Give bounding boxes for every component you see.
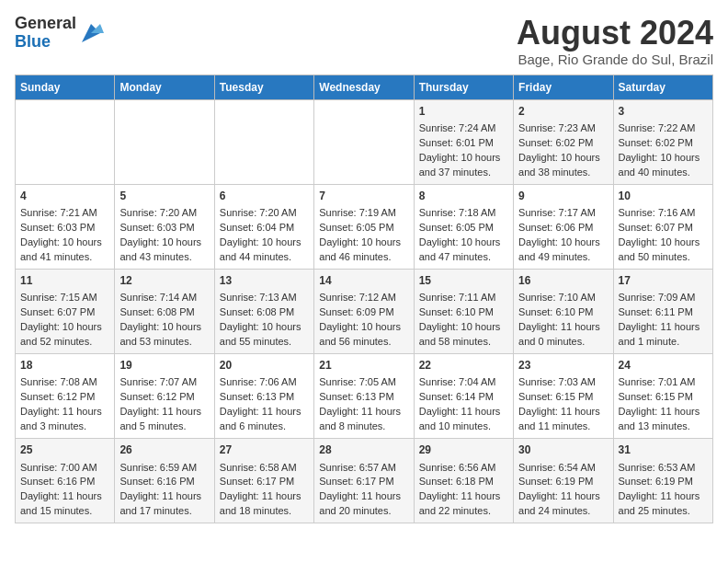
daylight: Daylight: 11 hours and 6 minutes. <box>220 406 301 431</box>
calendar-cell: 15Sunrise: 7:11 AMSunset: 6:10 PMDayligh… <box>414 269 513 353</box>
daylight: Daylight: 10 hours and 37 minutes. <box>419 152 501 178</box>
daylight: Daylight: 11 hours and 13 minutes. <box>619 406 700 431</box>
sunrise: Sunrise: 7:19 AM <box>319 207 396 218</box>
day-number: 9 <box>518 189 608 204</box>
sunrise: Sunrise: 7:10 AM <box>518 292 596 303</box>
calendar-cell: 30Sunrise: 6:54 AMSunset: 6:19 PMDayligh… <box>514 439 613 523</box>
sunset: Sunset: 6:14 PM <box>419 391 494 402</box>
calendar-cell <box>16 99 115 184</box>
daylight: Daylight: 11 hours and 25 minutes. <box>619 490 700 516</box>
daylight: Daylight: 10 hours and 40 minutes. <box>619 152 700 178</box>
day-number: 5 <box>119 189 209 204</box>
day-number: 11 <box>20 273 109 289</box>
sunrise: Sunrise: 7:21 AM <box>20 207 97 218</box>
calendar-cell: 24Sunrise: 7:01 AMSunset: 6:15 PMDayligh… <box>613 354 712 439</box>
sunrise: Sunrise: 7:05 AM <box>319 376 396 387</box>
daylight: Daylight: 11 hours and 3 minutes. <box>20 406 102 431</box>
sunset: Sunset: 6:12 PM <box>20 391 95 402</box>
day-number: 13 <box>220 273 309 289</box>
sunrise: Sunrise: 7:03 AM <box>518 376 596 387</box>
sunset: Sunset: 6:02 PM <box>619 137 693 148</box>
calendar-cell: 22Sunrise: 7:04 AMSunset: 6:14 PMDayligh… <box>414 354 513 439</box>
sunset: Sunset: 6:06 PM <box>518 222 593 233</box>
calendar-header: SundayMondayTuesdayWednesdayThursdayFrid… <box>16 75 713 99</box>
sunrise: Sunrise: 7:15 AM <box>20 292 97 303</box>
day-number: 22 <box>419 358 508 373</box>
calendar-cell: 31Sunrise: 6:53 AMSunset: 6:19 PMDayligh… <box>613 439 712 523</box>
daylight: Daylight: 10 hours and 46 minutes. <box>319 236 401 262</box>
day-number: 29 <box>419 442 508 458</box>
day-number: 18 <box>20 358 109 373</box>
sunrise: Sunrise: 7:00 AM <box>20 462 97 473</box>
col-header-monday: Monday <box>115 75 214 99</box>
calendar-cell: 8Sunrise: 7:18 AMSunset: 6:05 PMDaylight… <box>414 184 513 269</box>
day-number: 8 <box>419 189 508 204</box>
sunrise: Sunrise: 7:18 AM <box>419 207 496 218</box>
sunset: Sunset: 6:03 PM <box>20 222 95 233</box>
day-number: 4 <box>20 189 109 204</box>
daylight: Daylight: 11 hours and 18 minutes. <box>220 490 301 516</box>
sunset: Sunset: 6:13 PM <box>319 391 393 402</box>
daylight: Daylight: 11 hours and 20 minutes. <box>319 490 401 516</box>
day-number: 17 <box>619 273 708 289</box>
logo-blue: Blue <box>15 32 51 51</box>
daylight: Daylight: 11 hours and 1 minute. <box>619 321 700 347</box>
page-subtitle: Bage, Rio Grande do Sul, Brazil <box>517 52 713 67</box>
sunrise: Sunrise: 6:53 AM <box>619 462 696 473</box>
col-header-thursday: Thursday <box>414 75 513 99</box>
calendar-cell: 19Sunrise: 7:07 AMSunset: 6:12 PMDayligh… <box>115 354 214 439</box>
day-number: 24 <box>619 358 708 373</box>
page-header: General Blue August 2024 Bage, Rio Grand… <box>15 15 713 67</box>
calendar-cell: 28Sunrise: 6:57 AMSunset: 6:17 PMDayligh… <box>314 439 414 523</box>
calendar-cell: 27Sunrise: 6:58 AMSunset: 6:17 PMDayligh… <box>214 439 313 523</box>
sunset: Sunset: 6:08 PM <box>220 306 294 317</box>
sunset: Sunset: 6:05 PM <box>319 222 393 233</box>
logo-general: General <box>15 14 76 32</box>
daylight: Daylight: 11 hours and 5 minutes. <box>119 406 201 431</box>
calendar-cell: 23Sunrise: 7:03 AMSunset: 6:15 PMDayligh… <box>514 354 613 439</box>
sunrise: Sunrise: 7:11 AM <box>419 292 496 303</box>
sunrise: Sunrise: 7:07 AM <box>119 376 197 387</box>
day-number: 27 <box>220 442 309 458</box>
sunset: Sunset: 6:15 PM <box>619 391 693 402</box>
sunrise: Sunrise: 7:17 AM <box>518 207 596 218</box>
sunset: Sunset: 6:08 PM <box>119 306 194 317</box>
day-number: 19 <box>119 358 209 373</box>
day-number: 6 <box>220 189 309 204</box>
calendar-cell: 11Sunrise: 7:15 AMSunset: 6:07 PMDayligh… <box>16 269 115 353</box>
calendar-body: 1Sunrise: 7:24 AMSunset: 6:01 PMDaylight… <box>16 99 713 523</box>
sunrise: Sunrise: 6:57 AM <box>319 462 396 473</box>
daylight: Daylight: 11 hours and 10 minutes. <box>419 406 501 431</box>
sunrise: Sunrise: 7:24 AM <box>419 122 496 133</box>
sunrise: Sunrise: 7:14 AM <box>119 292 197 303</box>
daylight: Daylight: 10 hours and 58 minutes. <box>419 321 501 347</box>
calendar-cell <box>214 99 313 184</box>
sunset: Sunset: 6:10 PM <box>518 306 593 317</box>
day-number: 16 <box>518 273 608 289</box>
sunrise: Sunrise: 7:06 AM <box>220 376 297 387</box>
day-number: 26 <box>119 442 209 458</box>
sunset: Sunset: 6:03 PM <box>119 222 194 233</box>
calendar-cell: 12Sunrise: 7:14 AMSunset: 6:08 PMDayligh… <box>115 269 214 353</box>
daylight: Daylight: 11 hours and 0 minutes. <box>518 321 600 347</box>
sunset: Sunset: 6:13 PM <box>220 391 294 402</box>
sunrise: Sunrise: 6:54 AM <box>518 462 596 473</box>
sunset: Sunset: 6:07 PM <box>619 222 693 233</box>
daylight: Daylight: 10 hours and 47 minutes. <box>419 236 501 262</box>
calendar-cell: 3Sunrise: 7:22 AMSunset: 6:02 PMDaylight… <box>613 99 712 184</box>
calendar-cell: 9Sunrise: 7:17 AMSunset: 6:06 PMDaylight… <box>514 184 613 269</box>
daylight: Daylight: 11 hours and 15 minutes. <box>20 490 102 516</box>
sunset: Sunset: 6:16 PM <box>119 476 194 487</box>
sunset: Sunset: 6:16 PM <box>20 476 95 487</box>
calendar-cell: 13Sunrise: 7:13 AMSunset: 6:08 PMDayligh… <box>214 269 313 353</box>
sunrise: Sunrise: 7:04 AM <box>419 376 496 387</box>
logo-icon <box>78 20 104 46</box>
calendar-cell: 10Sunrise: 7:16 AMSunset: 6:07 PMDayligh… <box>613 184 712 269</box>
sunrise: Sunrise: 7:09 AM <box>619 292 696 303</box>
day-number: 25 <box>20 442 109 458</box>
sunset: Sunset: 6:09 PM <box>319 306 393 317</box>
daylight: Daylight: 10 hours and 53 minutes. <box>119 321 201 347</box>
day-number: 12 <box>119 273 209 289</box>
sunrise: Sunrise: 7:08 AM <box>20 376 97 387</box>
calendar-cell: 29Sunrise: 6:56 AMSunset: 6:18 PMDayligh… <box>414 439 513 523</box>
